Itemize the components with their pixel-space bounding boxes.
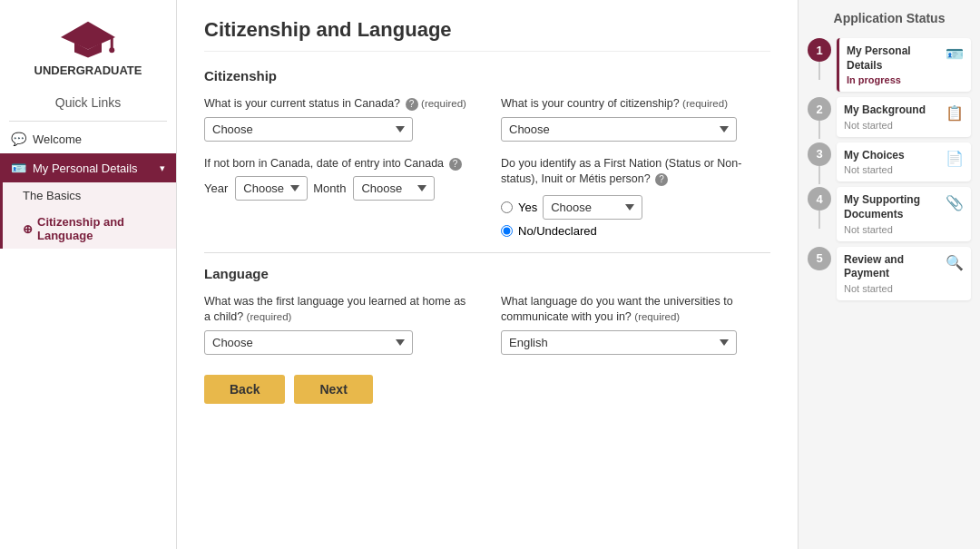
step-circle-4: 4 [808,187,831,211]
sidebar-navigation: 💬 Welcome 🪪 My Personal Details ▾ The Ba… [0,124,176,249]
current-status-select[interactable]: Choose [204,117,413,142]
step-2-status: Not started [844,120,940,131]
date-entry-group: If not born in Canada, date of entry int… [204,156,474,238]
step-2-icon: 📋 [946,104,964,122]
year-select[interactable]: Choose [235,176,308,201]
first-nation-radio-group: Yes Choose No/Undeclared [501,195,770,238]
communicate-language-select[interactable]: English [501,330,737,355]
quick-links-label: Quick Links [0,92,176,113]
graduation-cap-icon [61,18,115,59]
connector-4 [818,211,820,229]
connector-1 [818,62,820,80]
sidebar-item-welcome[interactable]: 💬 Welcome [0,124,176,153]
country-citizenship-label: What is your country of citizenship? (re… [501,96,770,113]
step-5-icon: 🔍 [946,254,964,271]
citizenship-section-heading: Citizenship [204,68,770,83]
no-radio[interactable] [501,225,513,237]
sidebar-divider [9,121,168,122]
step-3-title: My Choices [844,149,940,163]
month-label: Month [313,181,346,195]
step-card-text-1: My Personal Details In progress [847,44,940,85]
svg-point-3 [109,47,114,53]
step-1-icon: 🪪 [946,45,964,63]
step-2-title: My Background [844,103,940,118]
month-select[interactable]: Choose [353,176,435,201]
yes-label[interactable]: Yes [518,201,537,214]
step-5-status: Not started [844,283,940,294]
right-sidebar: Application Status 1 My Personal Details… [799,0,980,549]
sidebar-item-welcome-label: Welcome [33,132,82,146]
step-circle-1: 1 [808,38,831,62]
section-divider [204,252,770,253]
svg-marker-0 [61,22,115,50]
sidebar-item-personal-details[interactable]: 🪪 My Personal Details ▾ [0,153,176,182]
step-number-col-4: 4 [808,187,831,229]
current-status-label: What is your current status in Canada? ?… [204,96,474,113]
current-status-help-icon[interactable]: ? [406,98,418,111]
communicate-language-group: What language do you want the universiti… [501,294,770,355]
step-card-4[interactable]: My Supporting Documents Not started 📎 [837,187,971,240]
first-language-label: What was the first language you learned … [204,294,474,326]
step-card-1[interactable]: My Personal Details In progress 🪪 [837,38,971,92]
step-1-status: In progress [847,74,940,85]
country-required: (required) [682,98,728,109]
main-content: Citizenship and Language Citizenship Wha… [177,0,799,549]
step-card-3[interactable]: My Choices Not started 📄 [837,142,971,182]
sidebar-sub-menu: The Basics Citizenship and Language [0,182,176,249]
sidebar-item-basics[interactable]: The Basics [3,182,176,209]
step-4-status: Not started [844,224,940,235]
connector-2 [818,121,820,139]
step-card-text-5: Review and Payment Not started [844,253,940,294]
first-nation-group: Do you identify as a First Nation (Statu… [501,156,770,238]
country-citizenship-group: What is your country of citizenship? (re… [501,96,770,142]
step-1-title: My Personal Details [847,44,940,73]
step-row-3: 3 My Choices Not started 📄 [808,142,971,188]
step-card-2[interactable]: My Background Not started 📋 [837,97,971,137]
welcome-icon: 💬 [11,132,26,146]
citizenship-form-grid: What is your current status in Canada? ?… [204,96,770,238]
step-row-2: 2 My Background Not started 📋 [808,97,971,142]
step-card-text-2: My Background Not started [844,103,940,131]
step-number-col-5: 5 [808,247,831,270]
step-circle-3: 3 [808,142,831,166]
no-label[interactable]: No/Undeclared [518,224,597,238]
first-language-group: What was the first language you learned … [204,294,474,355]
first-language-required: (required) [247,311,292,322]
logo-area: UNDERGRADUATE [34,9,142,84]
step-number-col-1: 1 [808,38,831,80]
date-entry-label: If not born in Canada, date of entry int… [204,156,474,172]
step-number-col-2: 2 [808,97,831,139]
steps-list: 1 My Personal Details In progress 🪪 2 My… [808,38,971,306]
step-row-5: 5 Review and Payment Not started 🔍 [808,247,971,306]
left-sidebar: UNDERGRADUATE Quick Links 💬 Welcome 🪪 My… [0,0,177,549]
button-row: Back Next [204,375,770,404]
sidebar-item-citizenship[interactable]: Citizenship and Language [3,209,176,249]
step-row-4: 4 My Supporting Documents Not started 📎 [808,187,971,246]
first-nation-select[interactable]: Choose [543,195,642,220]
application-status-title: Application Status [808,11,971,25]
step-4-icon: 📎 [946,194,964,211]
date-entry-help-icon[interactable]: ? [449,158,462,171]
communicate-language-label: What language do you want the universiti… [501,294,770,326]
no-radio-row: No/Undeclared [501,224,770,238]
current-status-required: (required) [421,98,466,109]
country-citizenship-select[interactable]: Choose [501,117,737,142]
step-row-1: 1 My Personal Details In progress 🪪 [808,38,971,97]
step-5-title: Review and Payment [844,253,940,281]
back-button[interactable]: Back [204,375,285,404]
first-language-select[interactable]: Choose [204,330,413,355]
step-number-col-3: 3 [808,142,831,184]
language-section-heading: Language [204,266,770,281]
first-nation-label: Do you identify as a First Nation (Statu… [501,156,770,188]
step-card-text-4: My Supporting Documents Not started [844,193,940,234]
school-name: UNDERGRADUATE [34,64,142,77]
current-status-group: What is your current status in Canada? ?… [204,96,474,142]
personal-details-icon: 🪪 [11,161,26,175]
connector-3 [818,166,820,184]
first-nation-help-icon[interactable]: ? [655,173,668,186]
yes-radio[interactable] [501,201,513,213]
yes-radio-row: Yes Choose [501,195,770,220]
next-button[interactable]: Next [294,375,372,404]
step-3-icon: 📄 [946,150,964,167]
step-card-5[interactable]: Review and Payment Not started 🔍 [837,247,971,300]
